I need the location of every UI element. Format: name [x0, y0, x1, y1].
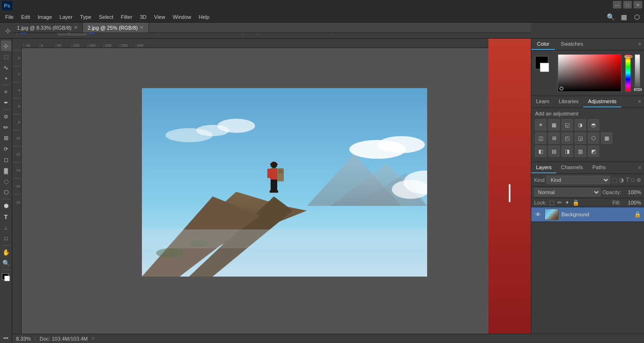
menu-file[interactable]: File	[2, 13, 17, 21]
tab-color[interactable]: Color	[531, 39, 555, 50]
alpha-slider[interactable]	[635, 54, 640, 92]
tab-paths[interactable]: Paths	[588, 162, 611, 173]
exposure-btn[interactable]: ◑	[575, 119, 586, 131]
tab-learn[interactable]: Learn	[531, 96, 554, 107]
menu-3d[interactable]: 3D	[137, 13, 150, 21]
eraser-tool-btn[interactable]: ◻	[1, 155, 11, 165]
eyedropper-tool-btn[interactable]: ✒	[1, 98, 11, 108]
marquee-tool-btn[interactable]: ⬚	[1, 51, 11, 62]
lock-move-icon[interactable]: ✦	[565, 199, 570, 206]
hue-sat-btn[interactable]: ◫	[535, 132, 546, 144]
doc-tab-1-close[interactable]: ✕	[74, 24, 78, 31]
tab-adjustments[interactable]: Adjustments	[583, 96, 621, 107]
adj-icons-row-3: ◧ ▤ ◨ ▥ ◩	[535, 146, 640, 157]
vibrance-btn[interactable]: ◓	[588, 119, 599, 131]
layer-visibility-icon[interactable]: 👁	[534, 211, 542, 218]
shape-tool-btn[interactable]: □	[1, 233, 11, 244]
menu-view[interactable]: View	[151, 13, 169, 21]
color-gradient-marker[interactable]	[560, 87, 563, 90]
quick-select-tool-btn[interactable]: ⌖	[1, 73, 11, 83]
brush-tool-btn[interactable]: ✏	[1, 122, 11, 132]
search-icon[interactable]: 🔍	[605, 12, 616, 22]
background-color-swatch[interactable]	[4, 276, 10, 281]
svg-rect-17	[142, 248, 427, 277]
workspace-icon[interactable]: ▦	[619, 12, 629, 22]
menu-image[interactable]: Image	[34, 13, 56, 21]
path-select-tool-btn[interactable]: ⟂	[1, 222, 11, 233]
stamp-tool-btn[interactable]: ⊞	[1, 133, 11, 143]
type-tool-btn[interactable]: T	[1, 212, 11, 222]
selective-color-btn[interactable]: ◩	[588, 146, 599, 157]
adjustments-panel-more[interactable]: ≡	[636, 96, 644, 107]
maximize-button[interactable]: □	[623, 1, 632, 8]
share-icon[interactable]: ⬡	[632, 12, 642, 22]
doc-tab-2[interactable]: 2.jpg @ 25% (RGB/8) ✕	[83, 23, 149, 33]
doc-tab-2-close[interactable]: ✕	[140, 24, 144, 31]
menu-layer[interactable]: Layer	[56, 13, 76, 21]
lasso-tool-btn[interactable]: ∿	[1, 62, 11, 73]
minimize-button[interactable]: —	[613, 1, 621, 8]
fill-input[interactable]	[623, 200, 641, 205]
background-swatch[interactable]	[540, 63, 549, 72]
crop-tool-btn[interactable]: ⌗	[1, 87, 11, 97]
color-swatches[interactable]	[535, 56, 554, 75]
dodge-tool-btn[interactable]: ⬡	[1, 187, 11, 197]
filter-pixel-icon[interactable]: ⬚	[612, 177, 617, 183]
tab-swatches[interactable]: Swatches	[555, 39, 589, 50]
color-balance-btn[interactable]: ⊞	[548, 132, 560, 144]
alpha-marker[interactable]	[634, 89, 642, 90]
tab-channels[interactable]: Channels	[556, 162, 587, 173]
filter-smart-icon[interactable]: ⊕	[636, 177, 641, 183]
move-tool-btn[interactable]: ⊹	[1, 41, 11, 51]
lock-pixels-icon[interactable]: ⬚	[549, 199, 554, 206]
zoom-tool-btn[interactable]: 🔍	[1, 258, 11, 268]
tab-libraries[interactable]: Libraries	[554, 96, 583, 107]
menu-edit[interactable]: Edit	[18, 13, 33, 21]
invert-btn[interactable]: ◧	[535, 146, 546, 157]
color-gradient-picker[interactable]	[558, 54, 621, 92]
menu-window[interactable]: Window	[169, 13, 194, 21]
status-expand-arrow[interactable]: >	[91, 336, 94, 341]
opacity-input[interactable]	[623, 189, 641, 195]
menu-select[interactable]: Select	[96, 13, 117, 21]
filter-shape-icon[interactable]: □	[631, 177, 635, 183]
levels-btn[interactable]: ▦	[548, 119, 560, 131]
lock-position-icon[interactable]: ✏	[557, 199, 562, 206]
history-tool-btn[interactable]: ⟳	[1, 144, 11, 154]
gradient-map-btn[interactable]: ▥	[575, 146, 586, 157]
photo-filter-btn[interactable]: ◲	[575, 132, 586, 144]
channel-mixer-btn[interactable]: ⬡	[588, 132, 599, 144]
hand-tool-btn[interactable]: ✋	[1, 247, 11, 257]
blend-mode-dropdown[interactable]: Normal Multiply Screen Overlay	[534, 188, 601, 196]
layer-item-background[interactable]: 👁 Background 🔒	[531, 207, 644, 222]
layers-filter-dropdown[interactable]: Kind	[546, 176, 610, 184]
menu-filter[interactable]: Filter	[117, 13, 135, 21]
lock-all-icon[interactable]: 🔒	[572, 199, 579, 206]
brightness-contrast-btn[interactable]: ☀	[535, 119, 546, 131]
filter-type-icon[interactable]: T	[626, 177, 629, 183]
menu-help[interactable]: Help	[196, 13, 213, 21]
color-panel-more[interactable]: ≡	[636, 39, 644, 50]
hue-marker[interactable]	[625, 56, 632, 57]
color-lookup-btn[interactable]: ▦	[601, 132, 612, 144]
canvas-area[interactable]: -50 0 50 100 150 200 250 300 0 2 4 6 8	[12, 39, 488, 343]
move-tool-icon[interactable]: ⊹	[3, 25, 13, 36]
layers-panel-more[interactable]: ≡	[636, 162, 644, 173]
tab-layers[interactable]: Layers	[531, 162, 556, 173]
filter-adjustment-icon[interactable]: ◑	[619, 177, 624, 183]
blur-tool-btn[interactable]: ◌	[1, 176, 11, 187]
black-white-btn[interactable]: ◰	[561, 132, 573, 144]
menu-type[interactable]: Type	[77, 13, 95, 21]
more-tools-btn[interactable]: •••	[1, 333, 11, 343]
pen-tool-btn[interactable]: ⬢	[1, 201, 11, 211]
curves-btn[interactable]: ◱	[561, 119, 573, 131]
doc-tab-1[interactable]: 1.jpg @ 8.33% (RGB/8) ✕	[12, 23, 83, 33]
posterize-btn[interactable]: ▤	[548, 146, 560, 157]
canvas-content[interactable]	[22, 48, 488, 343]
close-button[interactable]: ✕	[634, 1, 642, 8]
healing-tool-btn[interactable]: ⊘	[1, 111, 11, 122]
color-swatch-area[interactable]	[1, 272, 11, 283]
gradient-tool-btn[interactable]: ▓	[1, 165, 11, 176]
threshold-btn[interactable]: ◨	[561, 146, 573, 157]
hue-slider[interactable]	[625, 54, 631, 92]
